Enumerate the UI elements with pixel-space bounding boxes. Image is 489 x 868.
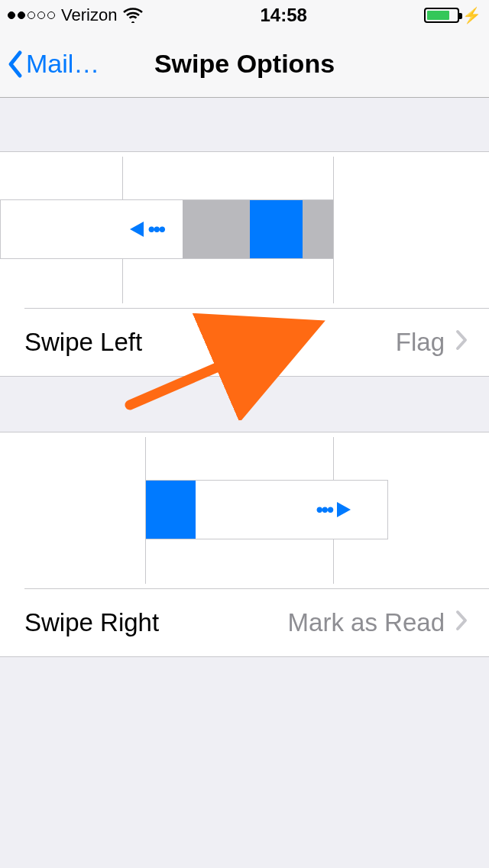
chevron-left-icon bbox=[6, 50, 24, 79]
back-label: Mail… bbox=[26, 49, 99, 79]
status-time: 14:58 bbox=[261, 5, 307, 26]
swipe-left-arrow-icon: ••• bbox=[130, 218, 164, 241]
chevron-right-icon bbox=[455, 608, 468, 637]
wifi-icon bbox=[123, 8, 143, 23]
charging-icon: ⚡ bbox=[462, 6, 481, 24]
section-gap bbox=[0, 377, 489, 432]
swipe-left-label: Swipe Left bbox=[24, 328, 142, 357]
svg-marker-1 bbox=[337, 502, 351, 517]
swipe-right-preview: ••• bbox=[24, 432, 489, 589]
swipe-left-preview: ••• bbox=[24, 152, 489, 309]
section-gap bbox=[0, 98, 489, 151]
status-bar: Verizon 14:58 ⚡ bbox=[0, 0, 489, 31]
swipe-left-value: Flag bbox=[396, 328, 445, 357]
chevron-right-icon bbox=[455, 328, 468, 357]
carrier-label: Verizon bbox=[61, 5, 117, 25]
swipe-left-row[interactable]: Swipe Left Flag bbox=[0, 309, 489, 376]
signal-strength-icon bbox=[8, 11, 55, 19]
swipe-right-row[interactable]: Swipe Right Mark as Read bbox=[0, 589, 489, 656]
nav-bar: Mail… Swipe Options bbox=[0, 31, 489, 98]
status-right: ⚡ bbox=[424, 6, 481, 24]
battery-icon bbox=[424, 8, 459, 23]
svg-marker-0 bbox=[130, 222, 144, 237]
swipe-right-section: ••• Swipe Right Mark as Read bbox=[0, 432, 489, 657]
status-left: Verizon bbox=[8, 5, 143, 25]
swipe-right-value: Mark as Read bbox=[288, 608, 445, 637]
back-button[interactable]: Mail… bbox=[0, 49, 99, 79]
swipe-right-arrow-icon: ••• bbox=[316, 498, 351, 522]
swipe-left-section: ••• Swipe Left Flag bbox=[0, 151, 489, 377]
swipe-right-label: Swipe Right bbox=[24, 608, 159, 637]
